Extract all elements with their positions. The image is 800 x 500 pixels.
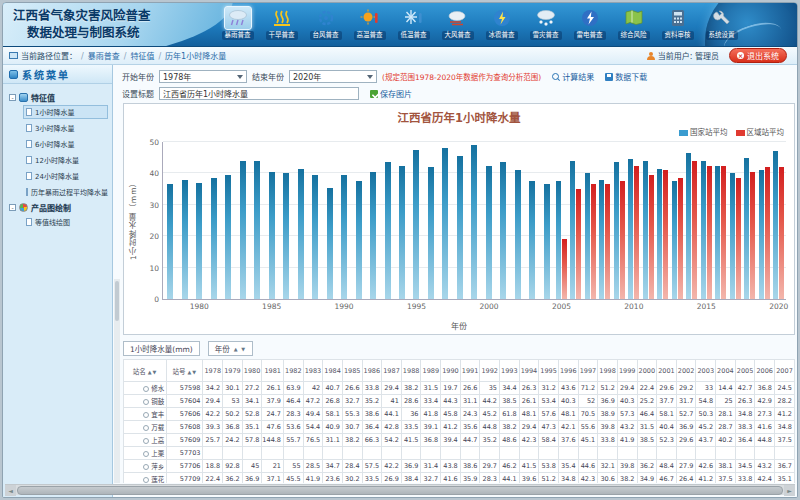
sidebar-item-12小时降水量[interactable]: 12小时降水量	[23, 153, 108, 167]
expander-icon[interactable]: -	[9, 94, 16, 101]
calculate-button[interactable]: 计算结果	[552, 71, 594, 82]
page-icon	[26, 188, 28, 196]
drought-icon	[268, 6, 296, 30]
sidebar-item-3小时降水量[interactable]: 3小时降水量	[23, 121, 108, 135]
chart-legend: 国家站平均区域站平均	[679, 126, 784, 137]
sidebar-item-24小时降水量[interactable]: 24小时降水量	[23, 169, 108, 183]
page-icon	[26, 156, 32, 164]
station-radio[interactable]	[143, 438, 149, 444]
nav-item-snow[interactable]: 雪灾普查	[525, 6, 566, 46]
expander-icon[interactable]: -	[9, 204, 16, 211]
sidebar-group-产品图绘制[interactable]: -产品图绘制	[9, 202, 108, 213]
end-year-label: 结束年份	[252, 71, 284, 82]
start-year-select[interactable]: 1978年	[159, 70, 247, 83]
query-toolbar: 开始年份 1978年 结束年份 2020年 (规定范围1978-2020年数据作…	[122, 69, 793, 103]
save-image-button[interactable]: 保存图片	[370, 88, 412, 99]
col-header-year: 2003	[696, 360, 716, 382]
page-icon	[26, 124, 32, 132]
download-button[interactable]: 数据下载	[605, 71, 647, 82]
chevron-down-icon	[367, 75, 373, 79]
chart-title-input[interactable]	[159, 87, 359, 100]
nav-item-lightning[interactable]: 雷电普查	[569, 6, 610, 46]
col-header-station[interactable]: 站名 ▲▼	[124, 360, 167, 382]
nav-item-settings[interactable]: 系统设置	[701, 6, 742, 46]
bar-group-2014	[684, 142, 698, 299]
table-row[interactable]: 莲花 5770922.436.236.937.145.541.923.630.2…	[124, 473, 795, 484]
bar-group-2006	[569, 142, 583, 299]
bar-group-2020	[771, 142, 785, 299]
bar-group-2018	[742, 142, 756, 299]
nav-item-audit[interactable]: 资料审核	[657, 6, 698, 46]
col-header-year: 1991	[460, 360, 480, 382]
col-header-year: 1995	[539, 360, 559, 382]
table-row[interactable]: 上高 5760925.724.257.8144.855.776.531.138.…	[124, 434, 795, 447]
table-row[interactable]: 上栗 57703	[124, 447, 795, 460]
bar-group-1996	[424, 142, 438, 299]
breadcrumb-item[interactable]: 历年1小时降水量	[165, 52, 226, 61]
sidebar-item-等值线绘图[interactable]: 等值线绘图	[23, 215, 108, 229]
bar-group-2002	[511, 142, 525, 299]
table-vertical-scrollbar[interactable]	[114, 279, 120, 483]
measure-select[interactable]: 1小时降水量(mm)	[123, 341, 200, 356]
bar-group-1989	[322, 142, 336, 299]
table-row[interactable]: 宜丰 5760642.250.252.824.728.349.458.155.3…	[124, 408, 795, 421]
col-header-year: 1987	[382, 360, 402, 382]
breadcrumb-item[interactable]: 特征值	[130, 52, 154, 61]
breadcrumb-item[interactable]: 暴雨普查	[88, 52, 120, 61]
bar-group-1984	[250, 142, 264, 299]
bar-group-2004	[540, 142, 554, 299]
col-header-code[interactable]: 站号 ▲▼	[167, 360, 203, 382]
station-radio[interactable]	[143, 477, 149, 483]
bar-group-2005	[554, 142, 568, 299]
col-header-year: 2001	[657, 360, 677, 382]
bar-group-2016	[713, 142, 727, 299]
nav-item-rainstorm[interactable]: 暴雨普查	[217, 6, 258, 46]
nav-item-hail[interactable]: 冰雹普查	[481, 6, 522, 46]
bar-group-1987	[293, 142, 307, 299]
sidebar-group-特征值[interactable]: -特征值	[9, 92, 108, 103]
range-note: (规定范围1978-2020年数据作为查询分析范围)	[382, 71, 541, 82]
horizontal-scrollbar[interactable]: ◄ ►	[5, 484, 795, 495]
station-radio[interactable]	[143, 399, 149, 405]
nav-item-risk[interactable]: 综合风险	[613, 6, 654, 46]
sidebar-item-6小时降水量[interactable]: 6小时降水量	[23, 137, 108, 151]
rainstorm-icon	[224, 6, 252, 30]
table-row[interactable]: 万载 5760839.336.835.147.653.654.440.930.7…	[124, 421, 795, 434]
bar-group-2012	[655, 142, 669, 299]
bar-group-2000	[482, 142, 496, 299]
col-header-year: 1996	[558, 360, 578, 382]
bar-group-1988	[308, 142, 322, 299]
logout-button[interactable]: × 退出系统	[729, 48, 787, 63]
sort-year-control[interactable]: 年份▲ ▼	[208, 341, 253, 356]
end-year-select[interactable]: 2020年	[289, 70, 377, 83]
bar-group-2007	[583, 142, 597, 299]
scrollbar-thumb[interactable]	[17, 486, 783, 495]
path-icon	[9, 52, 18, 59]
sidebar-title: 系统菜单	[22, 67, 70, 82]
bar-group-1982	[221, 142, 235, 299]
bar-group-2001	[496, 142, 510, 299]
sort-arrows-icon: ▲ ▼	[234, 346, 246, 352]
table-row[interactable]: 修水 5759834.230.127.226.163.94240.726.633…	[124, 382, 795, 395]
nav-item-drought[interactable]: 干旱普查	[261, 6, 302, 46]
station-radio[interactable]	[143, 386, 149, 392]
table-row[interactable]: 铜鼓 5760429.45334.137.946.447.226.832.735…	[124, 395, 795, 408]
station-radio[interactable]	[143, 464, 149, 470]
station-radio[interactable]	[143, 425, 149, 431]
table-row[interactable]: 萍乡 5770618.892.845215528.534.728.457.542…	[124, 460, 795, 473]
sidebar-item-历年暴雨过程平均降水量[interactable]: 历年暴雨过程平均降水量	[23, 185, 108, 199]
scroll-left-arrow-icon[interactable]: ◄	[5, 485, 16, 496]
bar-group-1994	[395, 142, 409, 299]
sidebar-header: 系统菜单	[3, 65, 112, 84]
nav-item-low-temp[interactable]: 低温普查	[393, 6, 434, 46]
scroll-right-arrow-icon[interactable]: ►	[784, 485, 795, 496]
station-radio[interactable]	[143, 412, 149, 418]
sidebar-item-1小时降水量[interactable]: 1小时降水量	[23, 105, 108, 119]
nav-item-high-temp[interactable]: 高温普查	[349, 6, 390, 46]
col-header-year: 2006	[755, 360, 775, 382]
chart-title: 江西省历年1小时降水量	[124, 109, 794, 125]
bar-group-1991	[351, 142, 365, 299]
nav-item-gale[interactable]: 大风普查	[437, 6, 478, 46]
nav-item-typhoon[interactable]: 台风普查	[305, 6, 346, 46]
station-radio[interactable]	[143, 451, 149, 457]
